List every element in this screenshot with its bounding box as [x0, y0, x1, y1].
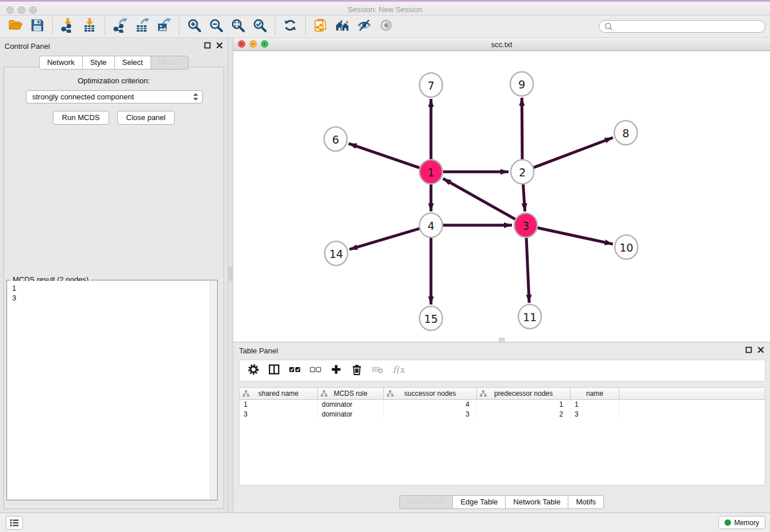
select-all-icon	[288, 363, 301, 378]
run-mcds-button[interactable]: Run MCDS	[53, 111, 109, 125]
column-header-name[interactable]: name	[571, 388, 619, 399]
column-header-label: shared name	[258, 390, 298, 398]
table-row-2[interactable]: 3dominator323	[240, 410, 765, 419]
toggle-panel-layout-button[interactable]	[265, 362, 283, 379]
table-cell[interactable]: 3	[240, 410, 318, 419]
table-cell[interactable]: dominator	[318, 400, 384, 410]
graph-svg[interactable]: 7968124314101511	[233, 52, 770, 342]
graph-edge-3-10[interactable]	[538, 228, 613, 244]
graph-node-6[interactable]: 6	[324, 127, 347, 151]
export-table-button[interactable]	[131, 17, 153, 36]
hide-selected-button[interactable]	[353, 17, 375, 36]
graph-node-1[interactable]: 1	[419, 160, 442, 184]
tab-mcds[interactable]: MCDS	[151, 56, 188, 70]
application-window: Session: New Session Control Panel Netwo…	[0, 0, 770, 532]
search-box[interactable]	[599, 20, 765, 33]
graph-node-4[interactable]: 4	[419, 213, 442, 237]
close-table-panel-icon[interactable]	[757, 346, 764, 353]
network-window-titlebar[interactable]: × − + scc.txt	[233, 38, 770, 51]
graph-node-9[interactable]: 9	[510, 72, 533, 96]
first-neighbors-button[interactable]	[332, 17, 353, 36]
graph-node-14[interactable]: 14	[325, 241, 348, 265]
table-cell[interactable]: 3	[571, 410, 619, 419]
memory-button[interactable]: Memory	[718, 516, 765, 529]
table-row-1[interactable]: 1dominator411	[240, 400, 765, 410]
column-header-shared-name[interactable]: shared name	[240, 388, 318, 399]
svg-text:10: 10	[619, 241, 633, 254]
select-all-rows-button[interactable]	[286, 362, 304, 379]
splitter-grip[interactable]	[229, 267, 232, 280]
float-table-panel-icon[interactable]	[745, 346, 752, 353]
column-header-predecessor-nodes[interactable]: predecessor nodes	[477, 388, 571, 399]
network-canvas[interactable]: 7968124314101511	[233, 52, 770, 342]
graph-node-3[interactable]: 3	[514, 213, 537, 237]
float-panel-icon[interactable]	[204, 42, 211, 49]
mcds-result-list[interactable]: 1 3	[7, 281, 217, 499]
close-panel-button[interactable]: Close panel	[117, 111, 175, 125]
memory-label: Memory	[734, 519, 759, 527]
graph-node-10[interactable]: 10	[615, 235, 638, 259]
plus-icon	[330, 363, 342, 378]
table-cell[interactable]: dominator	[318, 410, 384, 419]
tab-select[interactable]: Select	[114, 56, 151, 70]
task-history-button[interactable]	[6, 516, 23, 530]
column-header-MCDS-role[interactable]: MCDS role	[318, 388, 384, 399]
refresh-network-button[interactable]	[279, 17, 301, 36]
table-cell-filler	[619, 410, 765, 419]
export-image-button[interactable]	[153, 17, 175, 36]
table-cell[interactable]: 2	[477, 410, 571, 419]
function-builder-button: f(x)	[389, 362, 407, 379]
zoom-selected-button[interactable]	[249, 17, 271, 36]
zoom-in-button[interactable]	[183, 17, 205, 36]
show-all-button[interactable]	[375, 17, 397, 36]
deselect-all-rows-button[interactable]	[306, 362, 325, 379]
table-cell[interactable]: 1	[477, 400, 571, 410]
criterion-select[interactable]: strongly connected component	[26, 90, 203, 103]
graph-node-15[interactable]: 15	[419, 306, 442, 330]
graph-node-2[interactable]: 2	[511, 160, 534, 184]
table-cell[interactable]: 1	[240, 400, 318, 410]
column-header-label: successor nodes	[404, 390, 456, 398]
zoom-fit-button[interactable]	[227, 17, 249, 36]
graph-edge-3-1[interactable]	[443, 179, 515, 219]
table-tab-motifs[interactable]: Motifs	[568, 495, 604, 509]
import-network-button[interactable]	[57, 17, 79, 36]
tab-style[interactable]: Style	[82, 56, 115, 70]
table-tab-node-table[interactable]: Node Table	[399, 495, 453, 509]
table-tab-network-table[interactable]: Network Table	[505, 495, 568, 509]
tab-network[interactable]: Network	[39, 56, 83, 70]
canvas-splitter-grip[interactable]	[499, 338, 505, 341]
column-header-label: predecessor nodes	[494, 390, 553, 398]
graph-edge-1-6[interactable]	[349, 144, 419, 168]
window-title: Session: New Session	[0, 5, 770, 14]
zoom-out-button[interactable]	[205, 17, 227, 36]
import-network-icon	[60, 18, 75, 35]
graph-edge-2-3[interactable]	[523, 184, 525, 211]
graph-node-11[interactable]: 11	[518, 304, 541, 329]
panel-splitter[interactable]	[228, 38, 233, 512]
table-tab-edge-table[interactable]: Edge Table	[452, 495, 506, 509]
new-network-from-selection-button[interactable]	[310, 17, 332, 36]
zoom-out-icon	[209, 18, 224, 35]
column-header-successor-nodes[interactable]: successor nodes	[384, 388, 477, 399]
graph-edge-3-11[interactable]	[526, 237, 529, 303]
search-input[interactable]	[615, 22, 760, 30]
export-network-button[interactable]	[109, 17, 131, 36]
search-icon	[604, 22, 613, 31]
open-session-button[interactable]	[5, 17, 26, 36]
table-cell[interactable]: 4	[384, 400, 477, 410]
import-table-button[interactable]	[79, 17, 101, 36]
add-column-button[interactable]	[327, 362, 345, 379]
close-panel-icon[interactable]	[216, 42, 223, 49]
graph-edge-2-8[interactable]	[534, 137, 613, 167]
mcds-result-scrollbar[interactable]	[210, 281, 217, 499]
table-cell[interactable]: 1	[571, 400, 619, 410]
graph-node-7[interactable]: 7	[419, 73, 442, 97]
save-session-button[interactable]	[26, 17, 48, 36]
table-cell[interactable]: 3	[384, 410, 477, 419]
graph-edge-2-9[interactable]	[522, 98, 522, 160]
delete-column-button[interactable]	[348, 362, 366, 379]
graph-node-8[interactable]: 8	[614, 121, 637, 145]
graph-edge-4-14[interactable]	[349, 229, 419, 249]
table-settings-button[interactable]	[244, 362, 263, 379]
